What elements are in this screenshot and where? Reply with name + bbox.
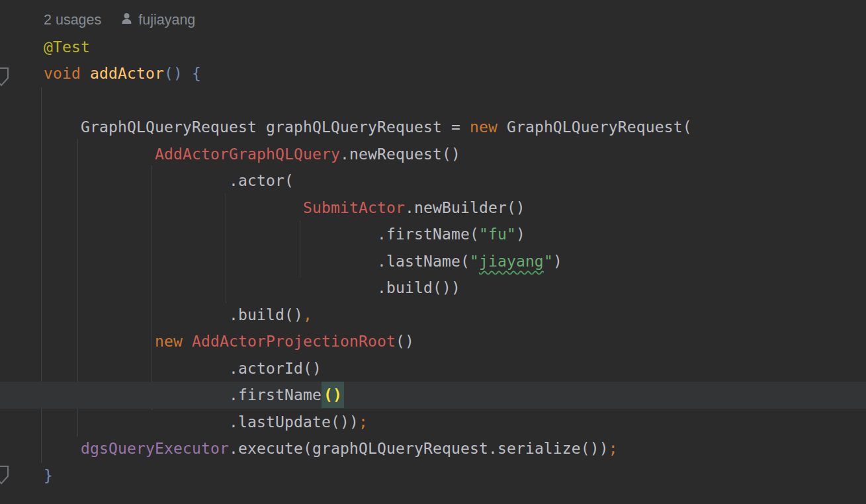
code-token[interactable]: "fu" <box>479 226 516 243</box>
code-line-12[interactable]: new AddActorProjectionRoot() <box>0 328 866 355</box>
code-line-15[interactable]: .lastUpdate()); <box>0 409 866 436</box>
code-token[interactable]: () <box>396 333 414 350</box>
code-indent <box>44 172 229 189</box>
gutter-marker-icon[interactable] <box>0 67 9 89</box>
code-token[interactable]: ) <box>553 253 562 270</box>
code-token[interactable]: .firstName( <box>377 226 479 243</box>
code-line-3[interactable] <box>0 87 866 114</box>
code-token[interactable] <box>183 333 192 350</box>
code-token[interactable]: .actor( <box>229 172 294 189</box>
code-token[interactable]: " <box>470 253 479 270</box>
code-token[interactable]: jiayang <box>479 253 544 270</box>
code-token[interactable]: SubmitActor <box>303 199 405 216</box>
code-token[interactable]: new <box>155 333 183 350</box>
code-line-16[interactable]: dgsQueryExecutor.execute(graphQLQueryReq… <box>0 435 866 462</box>
code-token[interactable] <box>183 65 192 82</box>
code-indent <box>44 306 229 323</box>
code-token[interactable]: void <box>44 65 81 82</box>
code-line-5[interactable]: AddActorGraphQLQuery.newRequest() <box>0 141 866 168</box>
code-token[interactable]: GraphQLQueryRequest graphQLQueryRequest … <box>81 118 470 136</box>
editor-lines[interactable]: 2 usages fujiayang @Testvoid addActor() … <box>0 7 866 489</box>
code-token[interactable]: " <box>544 253 553 270</box>
code-line-9[interactable]: .lastName("jiayang") <box>0 248 866 275</box>
code-indent <box>44 279 377 296</box>
code-token[interactable]: ; <box>359 413 368 431</box>
code-token[interactable] <box>81 65 90 82</box>
code-token[interactable]: addActor <box>90 65 164 82</box>
code-line-11[interactable]: .build(), <box>0 302 866 329</box>
code-token[interactable]: new <box>470 118 498 136</box>
code-token[interactable]: .lastName( <box>377 253 470 270</box>
code-token[interactable]: AddActorProjectionRoot <box>192 333 396 350</box>
code-indent <box>44 360 229 377</box>
code-token[interactable]: AddActorGraphQLQuery <box>155 146 340 163</box>
code-token[interactable]: .lastUpdate()) <box>229 413 359 431</box>
code-token[interactable]: .newRequest() <box>340 146 460 163</box>
code-token[interactable]: dgsQueryExecutor <box>81 440 229 457</box>
code-indent <box>44 226 377 243</box>
code-indent <box>44 146 155 163</box>
code-vision-inlay: 2 usages fujiayang <box>0 7 866 34</box>
code-token[interactable]: GraphQLQueryRequest( <box>498 118 692 136</box>
code-line-13[interactable]: .actorId() <box>0 355 866 382</box>
code-line-7[interactable]: SubmitActor.newBuilder() <box>0 194 866 222</box>
gutter-marker-icon[interactable] <box>0 465 9 487</box>
code-token[interactable]: .execute(graphQLQueryRequest.serialize()… <box>229 440 609 457</box>
code-editor[interactable]: 2 usages fujiayang @Testvoid addActor() … <box>0 0 866 504</box>
code-line-6[interactable]: .actor( <box>0 167 866 194</box>
code-line-1[interactable]: @Test <box>0 34 866 61</box>
code-indent <box>44 199 303 216</box>
code-token[interactable]: ) <box>516 226 525 243</box>
code-line-2[interactable]: void addActor() { <box>0 60 866 87</box>
code-indent <box>44 386 229 403</box>
code-token[interactable]: () <box>164 65 183 82</box>
code-line-14[interactable]: .firstName() <box>0 382 866 409</box>
code-indent <box>44 440 81 457</box>
code-line-4[interactable]: GraphQLQueryRequest graphQLQueryRequest … <box>0 114 866 141</box>
code-line-10[interactable]: .build()) <box>0 274 866 302</box>
code-token[interactable]: .firstName <box>229 386 322 403</box>
code-line-17[interactable]: } <box>0 462 866 489</box>
code-token[interactable]: .build() <box>229 306 303 323</box>
code-token[interactable]: .build()) <box>377 279 460 296</box>
code-indent <box>44 118 81 136</box>
code-token[interactable]: @Test <box>44 38 90 56</box>
code-token[interactable]: ; <box>609 440 618 457</box>
code-indent <box>44 253 377 270</box>
person-icon <box>121 7 132 34</box>
code-indent <box>44 413 229 431</box>
code-token[interactable]: () <box>322 382 344 408</box>
code-token[interactable]: .newBuilder() <box>405 199 525 216</box>
code-token[interactable]: } <box>44 467 53 484</box>
code-line-8[interactable]: .firstName("fu") <box>0 221 866 248</box>
code-indent <box>44 333 155 350</box>
code-token[interactable]: { <box>192 65 201 82</box>
author-name[interactable]: fujiayang <box>138 7 195 34</box>
usages-inlay[interactable]: 2 usages <box>44 7 101 34</box>
code-token[interactable]: , <box>303 306 312 323</box>
code-token[interactable]: .actorId() <box>229 360 322 377</box>
author-inlay[interactable]: fujiayang <box>121 7 195 34</box>
